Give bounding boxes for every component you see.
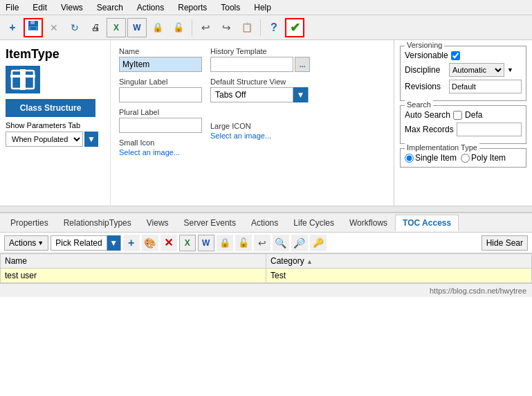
history-template-row: ... — [210, 57, 310, 72]
versionable-checkbox[interactable] — [451, 51, 460, 60]
small-icon-link[interactable]: Select an image... — [119, 148, 202, 156]
discipline-row: Discipline Automatic ▼ — [405, 63, 522, 77]
cut-button[interactable]: ✕ — [44, 18, 64, 37]
tab-workflows[interactable]: Workflows — [342, 215, 395, 231]
new-button[interactable]: + — [3, 18, 22, 37]
tab-actions[interactable]: Actions — [244, 215, 286, 231]
tab-life-cycles[interactable]: Life Cycles — [286, 215, 342, 231]
single-item-text: Single Item — [415, 153, 457, 163]
unlock2-icon: 🔓 — [238, 237, 249, 248]
singular-input[interactable] — [119, 87, 202, 102]
row-name-cell: test user — [1, 269, 266, 283]
refresh2-icon: ↩ — [258, 237, 266, 249]
auto-search-checkbox[interactable] — [453, 111, 462, 120]
implementation-title: Implementation Type — [405, 143, 479, 152]
tab-properties[interactable]: Properties — [3, 215, 56, 231]
poly-item-radio[interactable] — [461, 154, 470, 163]
table-body: test user Test — [1, 269, 532, 283]
pick-related-arrow-button[interactable]: ▼ — [107, 235, 120, 251]
lock2-icon: 🔒 — [219, 237, 230, 248]
pick-related-text[interactable]: Pick Related — [51, 238, 106, 248]
menu-views[interactable]: Views — [58, 1, 86, 14]
max-records-input[interactable] — [457, 123, 522, 136]
default-structure-arrow[interactable]: ▼ — [293, 87, 308, 102]
table-toolbar: Actions ▼ Pick Related ▼ + 🎨 ✕ X — [0, 233, 532, 253]
svg-rect-1 — [30, 21, 35, 24]
class-structure-button[interactable]: Class Structure — [6, 99, 95, 117]
revisions-input[interactable] — [449, 80, 522, 93]
menu-search[interactable]: Search — [94, 1, 126, 14]
menu-bar: File Edit Views Search Actions Reports T… — [0, 0, 532, 15]
small-icon-label: Small Icon — [119, 138, 202, 147]
search1-button[interactable]: ↩ — [254, 235, 270, 251]
add-row-button[interactable]: + — [123, 235, 140, 251]
search-title: Search — [405, 100, 433, 109]
excel-button[interactable]: X — [107, 18, 126, 37]
bottom-area: Properties RelationshipTypes Views Serve… — [0, 212, 532, 283]
tab-server-events[interactable]: Server Events — [176, 215, 244, 231]
redo-button[interactable]: ↪ — [217, 18, 236, 37]
default-label: Defa — [465, 110, 482, 120]
when-populated-select[interactable]: When Populated — [6, 132, 83, 147]
copy-button[interactable]: 📋 — [237, 18, 257, 37]
excel2-button[interactable]: X — [179, 235, 196, 251]
help-button[interactable]: ? — [264, 18, 284, 37]
discipline-label: Discipline — [405, 65, 446, 75]
menu-edit[interactable]: Edit — [30, 1, 50, 14]
tab-toc-access[interactable]: TOC Access — [395, 215, 459, 231]
save-button[interactable] — [24, 18, 43, 37]
excel-icon: X — [113, 23, 119, 33]
name-input[interactable] — [119, 57, 202, 72]
refresh-icon: ↻ — [71, 22, 79, 33]
excel2-icon: X — [185, 238, 190, 248]
history-template-input[interactable] — [210, 57, 293, 72]
search-circle-icon: 🔍 — [275, 237, 286, 249]
versionable-row: Versionable — [405, 51, 522, 60]
undo-button[interactable]: ↩ — [196, 18, 215, 37]
new-icon: + — [9, 21, 15, 34]
refresh-button[interactable]: ↻ — [65, 18, 84, 37]
discipline-select[interactable]: Automatic — [449, 63, 504, 77]
unlock2-button[interactable]: 🔓 — [235, 235, 252, 251]
table-header-row: Name Category ▲ — [1, 254, 532, 269]
search-section: Search Auto Search Defa Max Records — [400, 105, 526, 144]
menu-file[interactable]: File — [3, 1, 21, 14]
actions-dropdown-button[interactable]: Actions ▼ — [4, 235, 48, 251]
print-button[interactable]: 🖨 — [86, 18, 105, 37]
copy-icon: 📋 — [241, 22, 253, 33]
search2-button[interactable]: 🔍 — [273, 235, 289, 251]
plural-input[interactable] — [119, 118, 202, 133]
when-populated-arrow[interactable]: ▼ — [84, 132, 98, 147]
large-icon-link[interactable]: Select an image... — [210, 132, 310, 140]
menu-actions[interactable]: Actions — [134, 1, 167, 14]
word-button[interactable]: W — [127, 18, 147, 37]
menu-reports[interactable]: Reports — [175, 1, 210, 14]
ellipsis-icon: ... — [299, 60, 305, 69]
lock2-button[interactable]: 🔒 — [217, 235, 233, 251]
sort-arrow-icon: ▲ — [306, 258, 313, 265]
key-button[interactable]: 🔑 — [310, 235, 327, 251]
unlock-button[interactable]: 🔓 — [169, 18, 188, 37]
single-item-radio[interactable] — [405, 154, 414, 163]
color-grid-button[interactable]: 🎨 — [142, 235, 158, 251]
undo-icon: ↩ — [201, 21, 210, 34]
hide-search-button[interactable]: Hide Sear — [481, 235, 528, 251]
history-template-btn[interactable]: ... — [295, 57, 310, 72]
menu-help[interactable]: Help — [251, 1, 274, 14]
table-row[interactable]: test user Test — [1, 269, 532, 283]
col-category-header[interactable]: Category ▲ — [266, 254, 532, 269]
delete-button[interactable]: ✕ — [160, 235, 177, 251]
lock-button[interactable]: 🔒 — [148, 18, 167, 37]
key-icon: 🔑 — [313, 237, 324, 248]
search3-button[interactable]: 🔎 — [291, 235, 308, 251]
word2-button[interactable]: W — [198, 235, 214, 251]
auto-search-row: Auto Search Defa — [405, 110, 522, 120]
col-name-header[interactable]: Name — [1, 254, 266, 269]
form-col-2: History Template ... Default Structure V… — [210, 47, 310, 199]
check-button[interactable]: ✔ — [285, 18, 304, 37]
tab-views[interactable]: Views — [139, 215, 176, 231]
tab-relationship-types[interactable]: RelationshipTypes — [56, 215, 139, 231]
menu-tools[interactable]: Tools — [218, 1, 243, 14]
implementation-radio-group: Single Item Poly Item — [405, 153, 522, 163]
print-icon: 🖨 — [91, 22, 100, 33]
